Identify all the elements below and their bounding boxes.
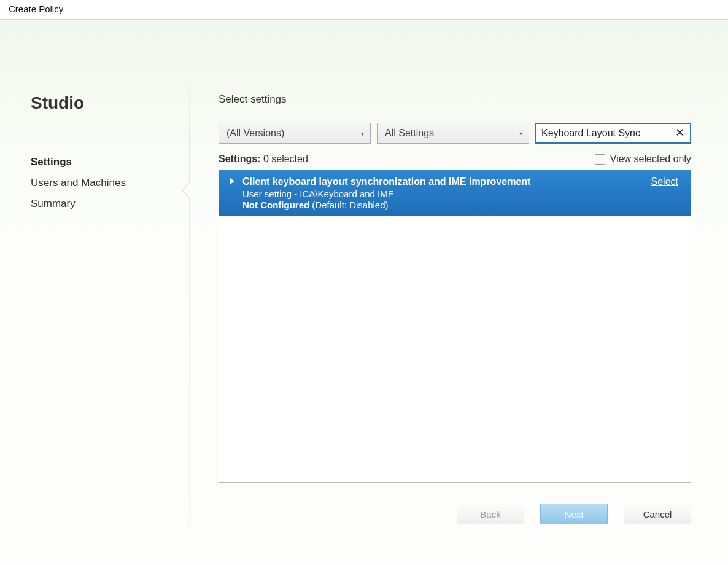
app-heading: Studio <box>31 93 190 113</box>
cancel-button[interactable]: Cancel <box>624 504 691 524</box>
search-input[interactable] <box>541 128 673 139</box>
view-selected-only-label: View selected only <box>610 154 691 165</box>
versions-dropdown-value: (All Versions) <box>227 128 284 139</box>
settings-list[interactable]: Client keyboard layout synchronization a… <box>219 170 691 483</box>
categories-dropdown[interactable]: All Settings ▾ <box>377 123 529 144</box>
setting-subtitle: User setting - ICA\Keyboard and IME <box>242 189 678 199</box>
wizard-step-settings[interactable]: Settings <box>31 156 190 168</box>
chevron-down-icon: ▾ <box>361 130 364 137</box>
wizard-step-users-machines[interactable]: Users and Machines <box>31 177 190 189</box>
categories-dropdown-value: All Settings <box>385 128 434 139</box>
setting-title: Client keyboard layout synchronization a… <box>242 176 530 187</box>
versions-dropdown[interactable]: (All Versions) ▾ <box>219 123 371 144</box>
view-selected-only-checkbox[interactable]: View selected only <box>595 154 691 165</box>
page-title: Select settings <box>219 93 691 106</box>
main-panel: Select settings (All Versions) ▾ All Set… <box>190 20 728 564</box>
checkbox-box <box>595 154 605 165</box>
next-button[interactable]: Next <box>540 504 608 524</box>
settings-count-label: Settings: <box>219 154 260 164</box>
counter-row: Settings: 0 selected View selected only <box>219 154 691 165</box>
select-link[interactable]: Select <box>651 176 678 187</box>
wizard-sidebar: Studio Settings Users and Machines Summa… <box>0 20 190 564</box>
window-title: Create Policy <box>0 0 728 20</box>
setting-state: Not Configured (Default: Disabled) <box>242 200 678 210</box>
workarea: Studio Settings Users and Machines Summa… <box>0 20 728 564</box>
back-button[interactable]: Back <box>457 504 524 524</box>
chevron-down-icon: ▾ <box>519 130 522 137</box>
setting-row[interactable]: Client keyboard layout synchronization a… <box>219 170 691 216</box>
wizard-step-summary[interactable]: Summary <box>31 198 190 210</box>
filter-row: (All Versions) ▾ All Settings ▾ ✕ <box>219 123 691 144</box>
search-box[interactable]: ✕ <box>535 123 691 144</box>
clear-search-icon[interactable]: ✕ <box>673 127 686 140</box>
wizard-button-row: Back Next Cancel <box>219 504 691 524</box>
expand-triangle-icon[interactable] <box>230 178 234 184</box>
settings-count-value: 0 selected <box>263 154 308 164</box>
